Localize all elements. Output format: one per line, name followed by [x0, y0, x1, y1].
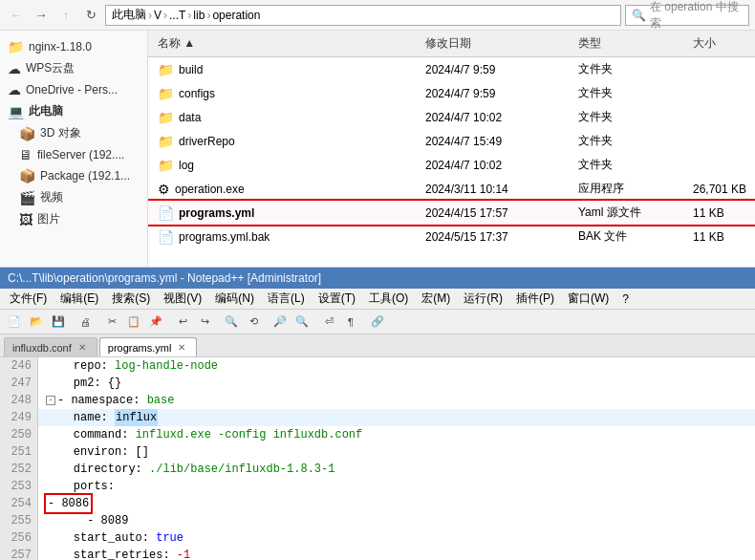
- table-row[interactable]: 📁build 2024/4/7 9:59 文件夹: [148, 57, 755, 81]
- file-type: 文件夹: [574, 107, 689, 127]
- menu-encode[interactable]: 编码(N): [209, 289, 260, 309]
- file-date: 2024/4/7 9:59: [421, 85, 574, 102]
- sidebar-item-nginx[interactable]: 📁 nginx-1.18.0: [0, 36, 147, 57]
- print-button[interactable]: 🖨: [75, 312, 96, 332]
- file-size: 11 KB: [689, 205, 755, 222]
- save-button[interactable]: 💾: [48, 312, 69, 332]
- replace-button[interactable]: ⟲: [243, 312, 264, 332]
- cut-button[interactable]: ✂: [101, 312, 122, 332]
- sidebar-item-onedrive[interactable]: ☁ OneDrive - Pers...: [0, 79, 147, 100]
- code-line-255: - 8089: [38, 512, 755, 529]
- table-row-highlighted[interactable]: 📄programs.yml 2024/4/15 17:57 Yaml 源文件 1…: [148, 201, 755, 225]
- file-list-header: 名称 ▲ 修改日期 类型 大小: [148, 31, 755, 57]
- menu-edit[interactable]: 编辑(E): [54, 289, 104, 309]
- folder-icon: 📁: [158, 158, 174, 173]
- col-size[interactable]: 大小: [689, 33, 755, 54]
- menu-window[interactable]: 窗口(W): [562, 289, 615, 309]
- wordwrap-button[interactable]: ⏎: [318, 312, 339, 332]
- sidebar-item-package[interactable]: 📦 Package (192.1...: [0, 165, 147, 186]
- sidebar-item-fileserver[interactable]: 🖥 fileServer (192....: [0, 144, 147, 165]
- file-size: 26,701 KB: [689, 181, 755, 198]
- line-num-256: 256: [0, 529, 37, 547]
- table-row[interactable]: ⚙operation.exe 2024/3/11 10:14 应用程序 26,7…: [148, 177, 755, 201]
- sidebar-item-video[interactable]: 🎬 视频: [0, 186, 147, 208]
- tab-programs-yml[interactable]: programs.yml ✕: [99, 337, 198, 356]
- back-button[interactable]: ←: [6, 5, 27, 26]
- code-content[interactable]: repo: log-handle-node pm2: {} -- namespa…: [38, 357, 755, 560]
- table-row[interactable]: 📁driverRepo 2024/4/7 15:49 文件夹: [148, 129, 755, 153]
- file-list: 名称 ▲ 修改日期 类型 大小 📁build 2024/4/7 9:59 文件夹…: [148, 31, 755, 267]
- col-name[interactable]: 名称 ▲: [154, 33, 421, 54]
- table-row[interactable]: 📄programs.yml.bak 2024/5/15 17:37 BAK 文件…: [148, 225, 755, 248]
- sidebar-item-3d[interactable]: 📦 3D 对象: [0, 122, 147, 144]
- sidebar-label: Package (192.1...: [40, 169, 130, 183]
- find-button[interactable]: 🔍: [221, 312, 242, 332]
- paste-button[interactable]: 📌: [145, 312, 166, 332]
- tab-influxdb[interactable]: influxdb.conf ✕: [4, 337, 97, 356]
- menu-help[interactable]: ?: [616, 291, 635, 308]
- sync-button[interactable]: 🔗: [367, 312, 388, 332]
- open-button[interactable]: 📂: [26, 312, 47, 332]
- menu-run[interactable]: 运行(R): [458, 289, 508, 309]
- all-chars-button[interactable]: ¶: [340, 312, 361, 332]
- file-type: 应用程序: [574, 179, 689, 199]
- col-type[interactable]: 类型: [574, 33, 689, 54]
- path-operation: operation: [212, 9, 260, 22]
- zoom-in-button[interactable]: 🔎: [270, 312, 291, 332]
- file-size: 11 KB: [689, 228, 755, 246]
- zoom-out-button[interactable]: 🔍: [291, 312, 313, 332]
- file-type: BAK 文件: [574, 226, 689, 247]
- table-row[interactable]: 📁log 2024/4/7 10:02 文件夹: [148, 153, 755, 177]
- sidebar-label: 图片: [37, 211, 60, 227]
- line-num-246: 246: [0, 357, 37, 375]
- refresh-button[interactable]: ↻: [80, 5, 101, 26]
- forward-button[interactable]: →: [31, 5, 52, 26]
- up-button[interactable]: ↑: [55, 5, 76, 26]
- search-box[interactable]: 🔍 在 operation 中搜索: [625, 5, 749, 26]
- sidebar-label: nginx-1.18.0: [29, 40, 92, 54]
- new-button[interactable]: 📄: [4, 312, 25, 332]
- cloud-icon: ☁: [8, 82, 21, 97]
- copy-button[interactable]: 📋: [123, 312, 144, 332]
- file-name: 📁log: [154, 156, 421, 175]
- line-num-252: 252: [0, 461, 37, 478]
- menu-tools[interactable]: 工具(O): [363, 289, 414, 309]
- tab-close-programs-yml[interactable]: ✕: [175, 341, 188, 355]
- line-numbers: 246 247 248 249 250 251 252 253 254 255 …: [0, 357, 38, 560]
- menu-macro[interactable]: 宏(M): [416, 289, 456, 309]
- menu-file[interactable]: 文件(F): [4, 289, 53, 309]
- line-num-248: 248: [0, 392, 37, 409]
- undo-button[interactable]: ↩: [172, 312, 193, 332]
- code-line-256: start_auto: true: [38, 529, 755, 547]
- code-area: 246 247 248 249 250 251 252 253 254 255 …: [0, 357, 755, 560]
- video-icon: 🎬: [19, 190, 35, 205]
- address-path[interactable]: 此电脑 › V › ...T › lib › operation: [105, 5, 621, 26]
- image-icon: 🖼: [19, 212, 32, 227]
- col-date[interactable]: 修改日期: [421, 33, 574, 54]
- file-name: ⚙operation.exe: [154, 180, 421, 199]
- fold-button-248[interactable]: -: [46, 396, 55, 405]
- file-size: [689, 140, 755, 143]
- sidebar-item-computer[interactable]: 💻 此电脑: [0, 100, 147, 122]
- menu-view[interactable]: 视图(V): [158, 289, 207, 309]
- menu-language[interactable]: 语言(L): [262, 289, 311, 309]
- menu-settings[interactable]: 设置(T): [313, 289, 361, 309]
- file-date: 2024/3/11 10:14: [421, 181, 574, 198]
- file-type: 文件夹: [574, 155, 689, 175]
- toolbar: 📄 📂 💾 🖨 ✂ 📋 📌 ↩ ↪ 🔍 ⟲ 🔎 🔍 ⏎ ¶ 🔗: [0, 310, 755, 334]
- redo-button[interactable]: ↪: [194, 312, 215, 332]
- menu-search[interactable]: 搜索(S): [106, 289, 156, 309]
- line-num-251: 251: [0, 443, 37, 461]
- file-date: 2024/4/15 17:57: [421, 205, 574, 222]
- code-line-246: repo: log-handle-node: [38, 357, 755, 375]
- sidebar-item-wps[interactable]: ☁ WPS云盘: [0, 57, 147, 79]
- file-date: 2024/4/7 10:02: [421, 109, 574, 126]
- table-row[interactable]: 📁data 2024/4/7 10:02 文件夹: [148, 105, 755, 129]
- file-type: 文件夹: [574, 83, 689, 103]
- sidebar-item-pictures[interactable]: 🖼 图片: [0, 208, 147, 230]
- table-row[interactable]: 📁configs 2024/4/7 9:59 文件夹: [148, 81, 755, 105]
- file-date: 2024/4/7 10:02: [421, 157, 574, 174]
- code-line-254: - 8086: [38, 495, 755, 512]
- menu-plugin[interactable]: 插件(P): [510, 289, 560, 309]
- tab-close-influxdb[interactable]: ✕: [76, 341, 89, 355]
